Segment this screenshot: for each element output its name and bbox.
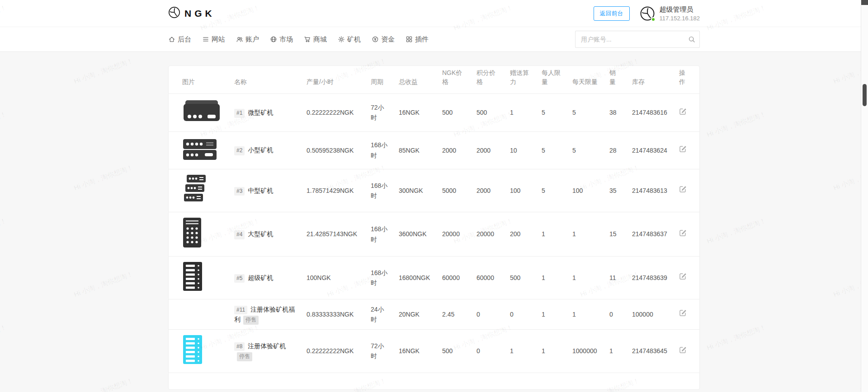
edit-icon[interactable] xyxy=(679,309,687,317)
admin-ip: 117.152.16.182 xyxy=(660,15,700,22)
column-header-sales: 销 量 xyxy=(609,66,632,94)
cell-actions xyxy=(679,256,700,299)
browser-scrollbar[interactable] xyxy=(861,0,868,392)
nav-item-7[interactable]: 资金 xyxy=(372,35,395,44)
cell-yield: 0.22222222NGK xyxy=(307,330,371,373)
cell-ngk_price: 5000 xyxy=(442,169,476,212)
cell-total_income: 300NGK xyxy=(399,169,442,212)
cell-point_price: 2000 xyxy=(476,169,510,212)
cell-stock: 2147483616 xyxy=(632,94,679,131)
cell-point_price: 20000 xyxy=(476,212,510,256)
cell-yield: 100NGK xyxy=(307,256,371,299)
main-content: 图片名称产量/小时周期总收益NGK价 格积分价 格赠送算 力每人限 量每天限量销… xyxy=(0,65,868,390)
cell-image xyxy=(169,94,234,131)
miner-id-badge: #1 xyxy=(234,109,245,118)
status-badge: 停售 xyxy=(243,316,259,325)
cell-sales: 35 xyxy=(609,169,632,212)
edit-icon[interactable] xyxy=(679,185,687,193)
cell-per_day_limit: 1 xyxy=(572,212,609,256)
cell-image xyxy=(169,299,234,330)
column-header-stock: 库存 xyxy=(632,66,679,94)
nav-item-4[interactable]: 市场 xyxy=(270,35,293,44)
table-row: #3中型矿机 1.78571429NGK 168小 时 300NGK 5000 … xyxy=(169,169,700,212)
miner-gear-icon xyxy=(338,36,345,43)
cell-yield: 0.50595238NGK xyxy=(307,131,371,169)
cell-actions xyxy=(679,94,700,131)
column-header-bonus_power: 赠送算 力 xyxy=(510,66,542,94)
miner-name: 小型矿机 xyxy=(248,146,273,154)
column-header-actions: 操 作 xyxy=(679,66,700,94)
edit-icon[interactable] xyxy=(679,229,687,237)
miner-small-image xyxy=(182,136,217,162)
column-header-point_price: 积分价 格 xyxy=(476,66,510,94)
admin-avatar-icon xyxy=(640,6,655,21)
cell-yield: 21.42857143NGK xyxy=(307,212,371,256)
cell-cycle: 168小 时 xyxy=(371,256,399,299)
edit-icon[interactable] xyxy=(679,272,687,280)
search-icon[interactable] xyxy=(688,36,695,43)
miner-name: 大型矿机 xyxy=(248,230,273,238)
table-header-row: 图片名称产量/小时周期总收益NGK价 格积分价 格赠送算 力每人限 量每天限量销… xyxy=(169,66,700,94)
cell-point_price: 0 xyxy=(476,330,510,373)
table-row: #1微型矿机 0.22222222NGK 72小 时 16NGK 500 500… xyxy=(169,94,700,131)
status-badge: 停售 xyxy=(237,352,252,361)
cell-per_user_limit: 5 xyxy=(542,131,572,169)
edit-icon[interactable] xyxy=(679,145,687,153)
table-row: #5超级矿机 100NGK 168小 时 16800NGK 60000 6000… xyxy=(169,256,700,299)
miner-id-badge: #5 xyxy=(234,274,245,283)
ngk-logo-text: NGK xyxy=(184,8,215,19)
nav-item-5[interactable]: 商城 xyxy=(304,35,327,44)
cell-bonus_power: 500 xyxy=(510,256,542,299)
nav-item-6[interactable]: 矿机 xyxy=(338,35,361,44)
miner-table: 图片名称产量/小时周期总收益NGK价 格积分价 格赠送算 力每人限 量每天限量销… xyxy=(169,66,700,373)
cell-image xyxy=(169,131,234,169)
cell-bonus_power: 10 xyxy=(510,131,542,169)
column-header-per_user_limit: 每人限 量 xyxy=(542,66,572,94)
cell-ngk_price: 60000 xyxy=(442,256,476,299)
column-header-ngk_price: NGK价 格 xyxy=(442,66,476,94)
mall-cart-icon xyxy=(304,36,311,43)
miner-id-badge: #8 xyxy=(234,342,245,351)
cell-bonus_power: 100 xyxy=(510,169,542,212)
edit-icon[interactable] xyxy=(679,107,687,115)
cell-point_price: 0 xyxy=(476,299,510,330)
cell-actions xyxy=(679,131,700,169)
back-to-frontend-button[interactable]: 返回前台 xyxy=(594,6,630,21)
cell-stock: 2147483624 xyxy=(632,131,679,169)
admin-text: 超级管理员 117.152.16.182 xyxy=(660,5,700,22)
miner-large-image xyxy=(182,217,202,248)
cell-per_user_limit: 1 xyxy=(542,212,572,256)
miner-cyan-image xyxy=(182,334,203,365)
admin-account[interactable]: 超级管理员 117.152.16.182 xyxy=(640,5,700,22)
column-header-per_day_limit: 每天限量 xyxy=(572,66,609,94)
nav-item-1[interactable]: 后台 xyxy=(168,35,191,44)
nav-item-3[interactable]: 账户 xyxy=(236,35,259,44)
edit-icon[interactable] xyxy=(679,346,687,354)
column-header-total_income: 总收益 xyxy=(399,66,442,94)
cell-cycle: 168小 时 xyxy=(371,212,399,256)
cell-name: #11注册体验矿机福利停售 xyxy=(234,299,307,330)
cell-yield: 1.78571429NGK xyxy=(307,169,371,212)
scrollbar-thumb[interactable] xyxy=(863,84,867,106)
nav-item-8[interactable]: 插件 xyxy=(406,35,429,44)
cell-bonus_power: 1 xyxy=(510,94,542,131)
cell-per_user_limit: 1 xyxy=(542,330,572,373)
cell-total_income: 3600NGK xyxy=(399,212,442,256)
header-right-controls: 返回前台 超级管理员 117.152.16.182 xyxy=(594,5,700,22)
cell-per_user_limit: 5 xyxy=(542,94,572,131)
scrollbar-up-button[interactable] xyxy=(861,0,868,5)
cell-cycle: 168小 时 xyxy=(371,131,399,169)
cell-per_user_limit: 5 xyxy=(542,169,572,212)
search-input[interactable] xyxy=(575,31,700,48)
nav-item-2[interactable]: 网站 xyxy=(202,35,225,44)
cell-bonus_power: 0 xyxy=(510,299,542,330)
cell-stock: 2147483613 xyxy=(632,169,679,212)
miner-id-badge: #11 xyxy=(234,306,247,315)
ngk-logo[interactable]: NGK xyxy=(168,6,215,20)
cell-sales: 1 xyxy=(609,330,632,373)
cell-total_income: 16NGK xyxy=(399,330,442,373)
main-nav-bar: 后台 网站 账户 市场 商城 矿机 资金 插件 xyxy=(0,27,868,52)
miner-table-card: 图片名称产量/小时周期总收益NGK价 格积分价 格赠送算 力每人限 量每天限量销… xyxy=(168,65,700,390)
cell-sales: 38 xyxy=(609,94,632,131)
cell-image xyxy=(169,169,234,212)
